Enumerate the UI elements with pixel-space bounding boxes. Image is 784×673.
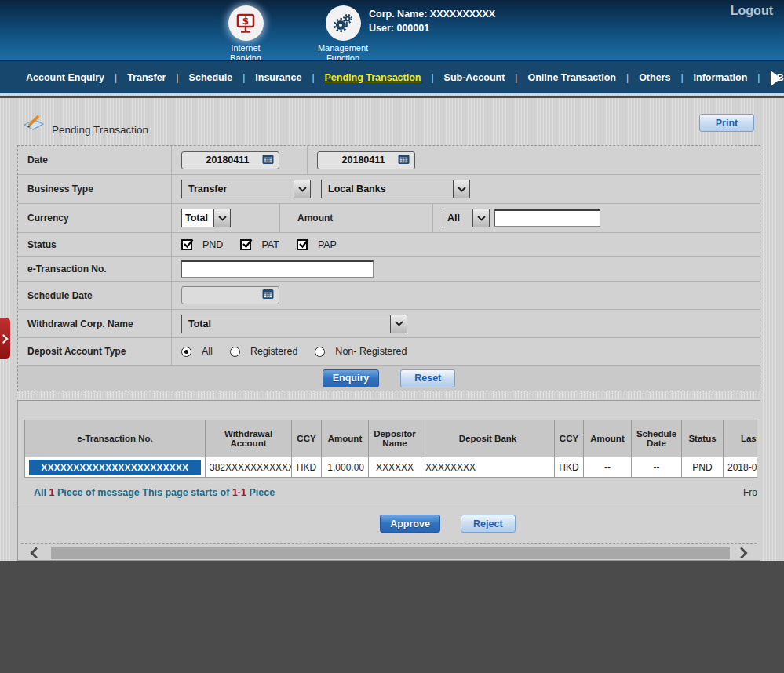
cell-last-update: 2018-04 (724, 457, 758, 478)
logout-button[interactable]: Logout (731, 4, 773, 18)
cell-amount-1: 1,000.00 (322, 457, 369, 478)
date-from-input[interactable]: 20180411 (181, 151, 279, 169)
date-to-cell: 20180411 (307, 146, 760, 174)
form-row-schedule-date: Schedule Date (18, 282, 760, 310)
calendar-icon[interactable] (398, 154, 410, 167)
svg-text:$: $ (242, 15, 249, 26)
reject-button[interactable]: Reject (461, 515, 516, 533)
col-schedule-date: Schedule Date (632, 420, 682, 457)
pagination-from-label: Fro (743, 487, 757, 498)
amount-input[interactable] (494, 209, 600, 227)
business-type-select[interactable]: Transfer (181, 180, 311, 198)
scroll-right-icon[interactable] (738, 547, 750, 558)
status-label: Status (18, 233, 172, 256)
cell-depositor-name: XXXXXX (369, 457, 421, 478)
deposit-account-type-label: Deposit Account Type (18, 338, 172, 365)
cell-etransaction: XXXXXXXXXXXXXXXXXXXXXXX (25, 457, 206, 478)
table-row: XXXXXXXXXXXXXXXXXXXXXXX 382XXXXXXXXXXXX … (25, 457, 758, 478)
cell-deposit-bank: XXXXXXXX (421, 457, 555, 478)
internet-banking-app[interactable]: $ Internet Banking (210, 5, 281, 63)
nav-item-pending-transaction[interactable]: Pending Transaction (315, 72, 432, 83)
internet-banking-icon: $ (228, 5, 264, 41)
amount-cell: All (432, 204, 760, 232)
print-button[interactable]: Print (699, 114, 754, 132)
deposit-type-radio-non-registered[interactable] (315, 347, 325, 357)
corp-name: Corp. Name: XXXXXXXXXX (369, 7, 495, 21)
enquiry-form: Date 20180411 20180411 Busine (17, 145, 760, 391)
currency-select[interactable]: Total (181, 209, 231, 227)
date-label: Date (18, 146, 172, 174)
col-deposit-bank: Deposit Bank (421, 420, 555, 457)
etransaction-link[interactable]: XXXXXXXXXXXXXXXXXXXXXXX (29, 460, 201, 475)
schedule-date-input[interactable] (181, 286, 279, 304)
form-row-currency: Currency Total Amount All (18, 204, 760, 233)
nav-item-insurance[interactable]: Insurance (245, 72, 312, 83)
nav-item-information[interactable]: Information (684, 72, 758, 83)
etransaction-input[interactable] (181, 260, 374, 278)
etransaction-label: e-Transaction No. (18, 257, 172, 281)
nav-item-transfer[interactable]: Transfer (117, 72, 176, 83)
form-row-etransaction: e-Transaction No. (18, 257, 760, 282)
results-panel: e-Transaction No. Withdrawal Account CCY… (17, 400, 760, 561)
nav-scroll-right-icon[interactable] (771, 71, 781, 86)
status-option-label: PND (202, 239, 223, 250)
nav-item-account-enquiry[interactable]: Account Enquiry (16, 72, 115, 83)
business-subtype-select[interactable]: Local Banks (321, 180, 470, 198)
side-panel-expand-tab[interactable] (0, 318, 10, 359)
withdrawal-corp-select[interactable]: Total (181, 315, 407, 333)
col-amount-1: Amount (322, 420, 369, 457)
calendar-icon[interactable] (262, 154, 274, 167)
results-table-viewport: e-Transaction No. Withdrawal Account CCY… (24, 420, 757, 478)
col-ccy-1: CCY (292, 420, 322, 457)
nav-item-others[interactable]: Others (629, 72, 680, 83)
form-actions: Enquiry Reset (18, 365, 760, 391)
scroll-left-icon[interactable] (27, 547, 40, 558)
deposit-type-radio-all[interactable] (181, 347, 191, 357)
chevron-down-icon (294, 180, 310, 198)
deposit-type-radio-registered[interactable] (230, 347, 240, 357)
amount-filter-select[interactable]: All (443, 209, 490, 227)
col-withdrawal-account: Withdrawal Account (206, 420, 292, 457)
nav-item-schedule[interactable]: Schedule (179, 72, 243, 83)
form-row-date: Date 20180411 20180411 (18, 146, 760, 175)
table-header-row: e-Transaction No. Withdrawal Account CCY… (25, 420, 758, 457)
cell-withdrawal-account: 382XXXXXXXXXXXX (206, 457, 292, 478)
deposit-type-option-label: Registered (250, 346, 297, 357)
amount-label: Amount (290, 213, 333, 224)
deposit-type-option-label: Non- Registered (335, 346, 407, 357)
date-to-input[interactable]: 20180411 (317, 151, 415, 169)
nav-item-sub-account[interactable]: Sub-Account (434, 72, 516, 83)
edit-note-icon (22, 114, 46, 137)
col-status: Status (682, 420, 724, 457)
currency-label: Currency (18, 204, 172, 232)
enquiry-button[interactable]: Enquiry (323, 369, 380, 387)
results-summary: All 1 Piece of message This page starts … (34, 487, 275, 498)
status-option-label: PAP (318, 239, 337, 250)
amount-label-cell: Amount (279, 204, 432, 232)
reset-button[interactable]: Reset (400, 369, 455, 387)
status-checkbox-pat[interactable] (240, 239, 251, 250)
scrollbar-thumb[interactable] (51, 547, 730, 559)
date-from-cell: 20180411 (172, 146, 307, 174)
approve-button[interactable]: Approve (380, 515, 440, 533)
divider (18, 507, 760, 507)
results-table: e-Transaction No. Withdrawal Account CCY… (24, 420, 757, 478)
col-ccy-2: CCY (555, 420, 584, 457)
cell-ccy-1: HKD (292, 457, 322, 478)
divider (21, 543, 757, 544)
app-header: $ Internet Banking M (0, 0, 784, 60)
management-function-app[interactable]: Management Function (308, 5, 378, 63)
form-row-status: Status PND PAT PAP (18, 233, 760, 257)
form-row-deposit-type: Deposit Account Type All Registered Non-… (18, 338, 760, 365)
chevron-down-icon (453, 180, 469, 198)
col-depositor-name: Depositor Name (369, 420, 421, 457)
user-id: User: 000001 (369, 21, 495, 35)
management-function-icon (326, 5, 361, 41)
status-checkbox-pnd[interactable] (181, 239, 192, 250)
nav-item-online-transaction[interactable]: Online Transaction (517, 72, 626, 83)
horizontal-scrollbar[interactable] (27, 547, 750, 559)
status-checkbox-pap[interactable] (297, 239, 308, 250)
form-row-business-type: Business Type Transfer Local Banks (18, 175, 760, 204)
calendar-icon[interactable] (262, 289, 274, 302)
cell-status: PND (682, 457, 724, 478)
